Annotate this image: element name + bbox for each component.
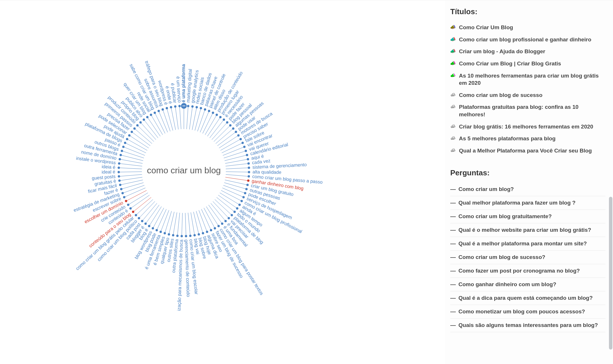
spoke-dot[interactable] — [158, 110, 160, 112]
spoke-dot[interactable] — [237, 134, 239, 137]
titulo-item[interactable]: As 5 melhores plataformas para blog — [450, 133, 605, 145]
spoke-dot[interactable] — [168, 233, 170, 236]
spoke-dot[interactable] — [200, 107, 202, 109]
spoke-dot[interactable] — [241, 142, 244, 144]
titulo-item[interactable]: Como Criar Um Blog — [450, 21, 605, 34]
spoke-dot[interactable] — [247, 162, 250, 165]
spoke-dot[interactable] — [228, 217, 230, 219]
spoke-dot[interactable] — [123, 196, 125, 198]
spoke-node[interactable]: ização para mecanismos de busca — [176, 213, 184, 311]
spoke-dot[interactable] — [246, 184, 249, 186]
spoke-dot[interactable] — [131, 131, 133, 133]
spoke-dot[interactable] — [124, 142, 126, 144]
spoke-dot[interactable] — [185, 235, 187, 237]
spoke-dot[interactable] — [193, 234, 196, 236]
spoke-dot[interactable] — [187, 105, 189, 107]
spoke-dot[interactable] — [235, 131, 237, 133]
spoke-dot[interactable] — [139, 121, 142, 124]
pergunta-item[interactable]: — Qual é a dica para quem está começando… — [450, 291, 605, 305]
spoke-dot[interactable] — [223, 118, 225, 121]
spoke-dot[interactable] — [248, 171, 250, 173]
spoke-dot[interactable] — [166, 107, 168, 109]
titulo-item[interactable]: Como criar um blog profissional e ganhar… — [450, 34, 605, 46]
radial-diagram[interactable]: como criar um blogé uma plataformamarket… — [0, 0, 445, 364]
spoke-label[interactable]: alta qualidade — [252, 169, 281, 175]
titulo-item[interactable]: As 10 melhores ferramentas para criar um… — [450, 70, 605, 89]
titulo-item[interactable]: Como Criar um Blog | Criar Blog Gratis — [450, 58, 605, 70]
spoke-dot[interactable] — [221, 223, 223, 225]
titulo-item[interactable]: Criar blog grátis: 16 melhores ferrament… — [450, 121, 605, 133]
spoke-dot[interactable] — [120, 188, 122, 190]
spoke-dot[interactable] — [202, 232, 204, 234]
pergunta-item[interactable]: — Qual é o melhor website para criar um … — [450, 223, 605, 237]
pergunta-item[interactable]: — Como monetizar um blog com poucos aces… — [450, 305, 605, 319]
spoke-dot[interactable] — [244, 192, 246, 194]
titulo-item[interactable]: Criar um blog - Ajuda do Blogger — [450, 45, 605, 58]
spoke-dot[interactable] — [224, 220, 227, 222]
spoke-dot[interactable] — [150, 114, 152, 116]
spoke-dot[interactable] — [243, 146, 246, 148]
spoke-dot[interactable] — [214, 227, 216, 229]
pergunta-item[interactable]: — Como fazer um post por cronograma no b… — [450, 264, 605, 278]
spoke-dot[interactable] — [172, 234, 174, 236]
spoke-dot[interactable] — [122, 146, 125, 148]
spoke-dot[interactable] — [138, 217, 140, 219]
spoke-dot[interactable] — [216, 114, 218, 116]
spoke-dot[interactable] — [189, 235, 191, 237]
spoke-dot[interactable] — [245, 150, 247, 152]
spoke-dot[interactable] — [236, 207, 238, 209]
spoke-dot[interactable] — [118, 162, 120, 165]
spoke-dot[interactable] — [126, 138, 128, 140]
spoke-dot[interactable] — [118, 171, 120, 173]
spoke-dot[interactable] — [191, 105, 194, 108]
spoke-dot[interactable] — [125, 200, 127, 202]
spoke-dot[interactable] — [118, 179, 120, 182]
spoke-dot[interactable] — [144, 223, 147, 225]
spoke-dot[interactable] — [121, 192, 124, 194]
pergunta-item[interactable]: — Como criar um blog? — [450, 183, 605, 196]
spoke-node[interactable]: gerenciamento de conteúdo — [184, 213, 191, 297]
spoke-dot[interactable] — [232, 127, 234, 130]
spoke-dot[interactable] — [154, 112, 156, 114]
spoke-label[interactable]: ideal é — [102, 169, 116, 174]
spoke-dot[interactable] — [206, 231, 208, 233]
spoke-dot[interactable] — [136, 124, 139, 126]
spoke-dot[interactable] — [226, 121, 228, 124]
spoke-dot[interactable] — [248, 175, 250, 178]
spoke-dot[interactable] — [129, 207, 132, 209]
spoke-dot[interactable] — [119, 158, 121, 160]
titulo-item[interactable]: Plataformas gratuitas para blog: confira… — [450, 101, 605, 120]
titulo-item[interactable]: Qual a Melhor Plataforma para Você Criar… — [450, 145, 605, 157]
spoke-dot[interactable] — [155, 229, 158, 231]
spoke-node[interactable]: guest posts — [92, 174, 142, 181]
spoke-dot[interactable] — [128, 134, 131, 137]
spoke-dot[interactable] — [245, 188, 248, 190]
spoke-dot[interactable] — [233, 211, 236, 213]
pergunta-item[interactable]: — Qual é a melhor plataforma para montar… — [450, 237, 605, 251]
spoke-dot[interactable] — [238, 204, 241, 206]
spoke-dot[interactable] — [132, 211, 134, 213]
spoke-dot[interactable] — [170, 106, 172, 108]
spoke-dot[interactable] — [174, 105, 176, 108]
spoke-dot[interactable] — [162, 108, 164, 111]
spoke-dot[interactable] — [212, 112, 214, 114]
spoke-dot[interactable] — [133, 127, 136, 130]
spoke-dot[interactable] — [210, 229, 212, 231]
pergunta-item[interactable]: — Como criar um blog gratuitamente? — [450, 210, 605, 223]
spoke-dot[interactable] — [176, 235, 179, 237]
spoke-dot[interactable] — [164, 232, 166, 234]
spoke-label[interactable]: ideia é — [102, 164, 116, 170]
pergunta-item[interactable]: — Qual melhor plataforma para fazer um b… — [450, 196, 605, 210]
spoke-label[interactable]: como criar um blog grátis pelo celular — [75, 215, 135, 271]
spoke-dot[interactable] — [119, 184, 121, 186]
spoke-dot[interactable] — [204, 108, 206, 111]
spoke-dot[interactable] — [120, 154, 122, 156]
spoke-dot[interactable] — [229, 124, 231, 126]
spoke-dot[interactable] — [118, 167, 120, 169]
scrollbar-track[interactable] — [609, 0, 612, 364]
spoke-node[interactable]: ideia é — [102, 164, 142, 170]
spoke-dot[interactable] — [146, 116, 149, 118]
spoke-dot[interactable] — [118, 175, 120, 178]
spoke-dot[interactable] — [219, 116, 222, 118]
spoke-dot[interactable] — [248, 167, 250, 169]
